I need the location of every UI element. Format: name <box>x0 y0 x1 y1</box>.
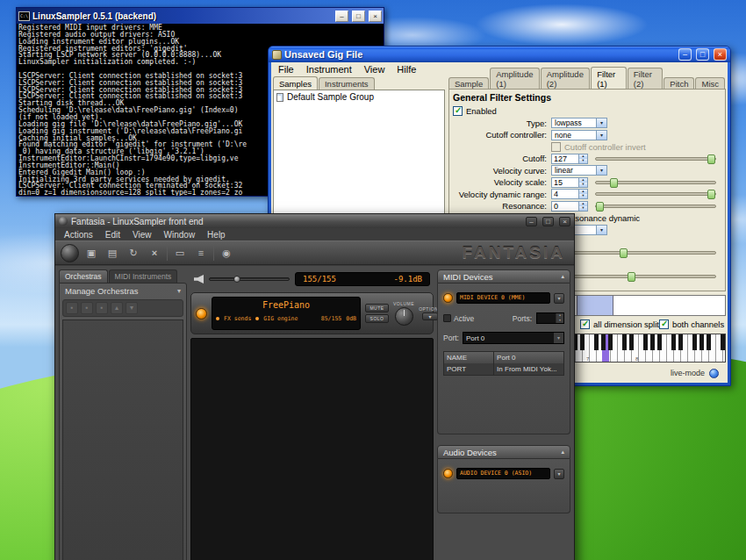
active-checkbox[interactable] <box>443 314 451 322</box>
remove-orchestra-icon[interactable]: ▪ <box>81 302 93 314</box>
menu-instrument[interactable]: Instrument <box>300 63 358 75</box>
solo-button[interactable]: SOLO <box>365 314 389 323</box>
midi-device-menu-button[interactable]: ▾ <box>554 293 564 304</box>
mute-button[interactable]: MUTE <box>365 304 389 312</box>
menu-edit[interactable]: Edit <box>99 230 126 240</box>
channels-background-area[interactable] <box>190 338 434 560</box>
fantasia-minimize-button[interactable]: – <box>526 217 537 226</box>
tab-pitch[interactable]: Pitch <box>664 77 694 90</box>
menu-help[interactable]: Help <box>201 230 232 240</box>
velocity-curve-select[interactable]: linear <box>551 165 607 176</box>
filter-extra-slider-1[interactable] <box>555 251 716 255</box>
velocity-scale-spinner[interactable]: 15 ▴▾ <box>551 177 588 188</box>
open-icon[interactable] <box>104 245 121 262</box>
audio-device-power-button[interactable] <box>443 469 453 478</box>
gigedit-minimize-button[interactable]: – <box>678 48 692 61</box>
resonance-spinner[interactable]: 0 ▴▾ <box>551 201 588 212</box>
table-row[interactable]: NAME Port 0 <box>444 352 563 363</box>
tab-samples[interactable]: Samples <box>273 76 318 90</box>
spinner-arrows-icon[interactable]: ▴▾ <box>578 202 587 211</box>
sampler-channel-strip[interactable]: FreePiano FX sends GIG engine 85/155 0dB… <box>190 292 434 334</box>
spinner-arrows-icon[interactable]: ▴▾ <box>556 313 563 323</box>
gigedit-maximize-button[interactable]: □ <box>696 48 709 61</box>
slider-knob[interactable] <box>233 276 240 283</box>
console-maximize-button[interactable]: □ <box>352 11 365 22</box>
tab-orchestras[interactable]: Orchestras <box>59 269 108 283</box>
new-channel-icon[interactable] <box>82 245 100 262</box>
menu-file[interactable]: File <box>272 63 300 75</box>
console-minimize-button[interactable]: – <box>335 11 348 22</box>
velocity-dynamic-range-spinner[interactable]: 4 ▴▾ <box>551 189 588 199</box>
options-button[interactable]: ▾ <box>422 312 438 320</box>
slider-handle[interactable] <box>707 154 715 164</box>
menu-window[interactable]: Window <box>158 230 202 240</box>
spinner-arrows-icon[interactable]: ▴▾ <box>578 190 587 198</box>
table-row[interactable]: PORT In From MIDI Yok... <box>444 363 563 375</box>
tab-sample[interactable]: Sample <box>448 77 489 90</box>
audio-device-menu-button[interactable]: ▾ <box>554 469 564 479</box>
menu-actions[interactable]: Actions <box>58 230 99 240</box>
midi-devices-header[interactable]: MIDI Devices ▴ <box>437 269 570 284</box>
both-channels-checkbox[interactable] <box>659 319 669 329</box>
selected-zone-segment[interactable] <box>577 296 613 315</box>
all-dimension-splits-checkbox[interactable] <box>580 319 590 329</box>
slider-handle[interactable] <box>596 202 604 212</box>
tab-filter-1[interactable]: Filter (1) <box>591 67 627 90</box>
ports-spinner[interactable]: ▴▾ <box>536 312 564 324</box>
spinner-arrows-icon[interactable]: ▴▾ <box>578 154 587 163</box>
tab-misc[interactable]: Misc <box>695 77 725 90</box>
slider-handle[interactable] <box>620 248 628 258</box>
cutoff-controller-invert-checkbox[interactable] <box>551 142 561 152</box>
spinner-arrows-icon[interactable]: ▴▾ <box>578 178 587 187</box>
instruments-db-icon[interactable] <box>192 245 210 262</box>
live-mode-toggle[interactable] <box>709 369 719 378</box>
edit-orchestra-icon[interactable]: ▪ <box>96 302 108 314</box>
reset-sampler-icon[interactable] <box>146 245 163 262</box>
fantasia-titlebar[interactable]: Fantasia - LinuxSampler front end – □ × <box>55 214 574 228</box>
volume-knob[interactable] <box>395 307 413 326</box>
tab-amplitude-1[interactable]: Amplitude (1) <box>490 68 539 90</box>
port-select[interactable]: Port 0 ▾ <box>463 332 564 344</box>
preferences-icon[interactable] <box>218 245 235 262</box>
gigedit-close-button[interactable]: × <box>714 48 727 61</box>
resonance-slider[interactable] <box>595 205 716 208</box>
velocity-scale-slider[interactable] <box>595 181 716 184</box>
type-select[interactable]: lowpass <box>551 118 607 128</box>
menu-view[interactable]: View <box>358 63 391 75</box>
console-close-button[interactable]: × <box>369 11 382 22</box>
slider-handle[interactable] <box>628 272 635 282</box>
move-up-icon[interactable]: ▴ <box>111 302 123 314</box>
cutoff-spinner[interactable]: 127 ▴▾ <box>551 154 588 164</box>
cutoff-controller-select[interactable]: none <box>551 130 607 140</box>
fantasia-logo-button[interactable] <box>61 244 79 262</box>
manage-orchestras-header[interactable]: Manage Orchestras ▾ <box>60 284 186 298</box>
console-titlebar[interactable]: C:\ LinuxSampler 0.5.1 (backend) – □ × <box>17 8 384 24</box>
audio-devices-header[interactable]: Audio Devices ▴ <box>437 445 570 459</box>
fantasia-close-button[interactable]: × <box>559 217 570 226</box>
filter-extra-slider-2[interactable] <box>555 275 716 278</box>
tab-instruments[interactable]: Instruments <box>319 77 375 90</box>
enabled-checkbox[interactable] <box>453 106 463 116</box>
menu-view[interactable]: View <box>126 230 158 240</box>
fantasia-maximize-button[interactable]: □ <box>542 217 554 226</box>
midi-device-power-button[interactable] <box>443 293 453 303</box>
cutoff-slider[interactable] <box>595 157 716 161</box>
move-down-icon[interactable]: ▾ <box>126 302 138 314</box>
orchestras-list[interactable] <box>62 319 183 560</box>
add-orchestra-icon[interactable]: ▪ <box>66 302 78 314</box>
gigedit-titlebar[interactable]: Unsaved Gig File – □ × <box>269 47 730 62</box>
tab-filter-2[interactable]: Filter (2) <box>628 68 664 90</box>
slider-handle[interactable] <box>707 190 715 199</box>
tab-midi-instruments[interactable]: MIDI Instruments <box>109 269 178 283</box>
velocity-dynamic-range-slider[interactable] <box>595 192 716 196</box>
midi-monitor-icon[interactable] <box>171 245 189 262</box>
menu-hilfe[interactable]: Hilfe <box>391 63 422 75</box>
tree-item-default-sample-group[interactable]: Default Sample Group <box>276 92 441 102</box>
fx-sends-label[interactable]: FX sends <box>224 315 251 322</box>
engine-label[interactable]: GIG engine <box>263 315 298 322</box>
refresh-icon[interactable] <box>125 245 142 262</box>
tab-amplitude-2[interactable]: Amplitude (2) <box>541 68 590 90</box>
slider-handle[interactable] <box>610 178 618 188</box>
channel-power-button[interactable] <box>196 308 207 319</box>
master-volume-slider[interactable] <box>209 277 290 281</box>
